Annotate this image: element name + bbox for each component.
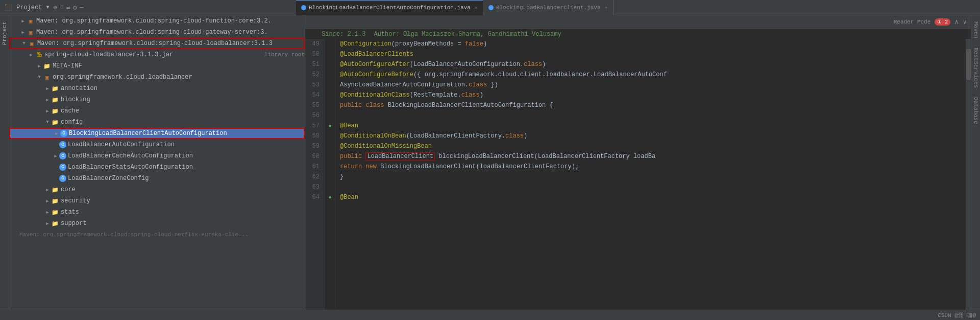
editor-area: Reader Mode ① 2 ∧ ∨ Since: 2.1.3 Author:… (305, 15, 971, 310)
tree-item-lb-cache-config[interactable]: ▶ C LoadBalancerCacheAutoConfiguration (9, 150, 305, 162)
arrow-core: ▶ (44, 187, 51, 193)
code-line-55: public class BlockingLoadBalancerClientA… (340, 100, 962, 110)
label-lb-zone: LoadBalancerZoneConfig (68, 175, 305, 182)
arrow-gateway: ▶ (19, 30, 27, 35)
project-icon: ⬛ (4, 4, 12, 12)
line-num-49: 49 (305, 39, 323, 49)
expand-icon[interactable]: ⇌ (66, 4, 70, 12)
left-sidebar-tab: Project (0, 15, 9, 310)
arrow-loadbalancer: ▼ (20, 41, 28, 46)
tree-item-jar[interactable]: ▶ 🗜 spring-cloud-loadbalancer-3.1.3.jar … (9, 49, 305, 60)
tab-blocking-config[interactable]: BlockingLoadBalancerClientAutoConfigurat… (296, 0, 483, 15)
icon-lb-auto: C (59, 141, 66, 148)
tree-item-lb-zone-config[interactable]: C LoadBalancerZoneConfig (9, 173, 305, 184)
tree-item-stats[interactable]: ▶ 📁 stats (9, 207, 305, 218)
database-tab[interactable]: Database (972, 93, 980, 128)
tab-label-2: BlockingLoadBalancerClient.java (496, 5, 601, 11)
line-num-64: 64 (305, 192, 323, 202)
arrow-function: ▶ (19, 18, 27, 24)
code-content: @Configuration(proxyBeanMethods = false)… (336, 39, 966, 310)
tree-item-lb-stats-config[interactable]: C LoadBalancerStatsAutoConfiguration (9, 162, 305, 173)
tree-item-config[interactable]: ▼ 📁 config (9, 117, 305, 128)
arrow-lb-cache: ▶ (52, 153, 59, 159)
maven-panel-tab[interactable]: Maven (972, 17, 980, 42)
tree-item-loadbalancer[interactable]: ▼ ▣ Maven: org.springframework.cloud:spr… (9, 38, 305, 49)
tree-item-security[interactable]: ▶ 📁 security (9, 195, 305, 207)
tree-content[interactable]: ▶ ▣ Maven: org.springframework.cloud:spr… (9, 15, 305, 310)
code-line-49: @Configuration(proxyBeanMethods = false) (340, 39, 962, 49)
line-num-50: 50 (305, 49, 323, 59)
tree-item-lb-auto-config[interactable]: C LoadBalancerAutoConfiguration (9, 139, 305, 150)
icon-support: 📁 (51, 220, 59, 227)
tree-item-annotation[interactable]: ▶ 📁 annotation (9, 83, 305, 94)
code-line-54: @ConditionalOnClass(RestTemplate.class) (340, 90, 962, 100)
project-dropdown-label[interactable]: Project (16, 4, 42, 11)
icon-loadbalancer: ▣ (28, 40, 36, 47)
nav-down-icon[interactable]: ∨ (963, 18, 967, 26)
tree-item-more[interactable]: Maven: org.springframework.cloud:spring-… (9, 229, 305, 240)
tab-close-icon-2[interactable]: ▾ (605, 5, 608, 11)
tree-item-support[interactable]: ▶ 📁 support (9, 218, 305, 229)
line-num-55: 55 (305, 100, 323, 110)
arrow-support: ▶ (44, 221, 51, 226)
tab-java-icon (301, 5, 306, 10)
label-lb-auto: LoadBalancerAutoConfiguration (68, 141, 305, 148)
tree-item-gateway[interactable]: ▶ ▣ Maven: org.springframework.cloud:spr… (9, 27, 305, 38)
collapse-icon[interactable]: ≡ (60, 4, 64, 12)
label-cache: cache (61, 107, 305, 115)
gutter-52 (325, 70, 335, 80)
settings-icon[interactable]: ⚙ (73, 4, 77, 12)
meta-info: Since: 2.1.3 Author: Olga Maciaszek-Shar… (305, 29, 971, 39)
main-content: Project ▶ ▣ Maven: org.springframework.c… (0, 15, 980, 310)
nav-up-icon[interactable]: ∧ (954, 18, 959, 26)
sublabel-jar: library root (264, 52, 305, 58)
project-tab-label[interactable]: Project (1, 17, 9, 49)
label-blocking-class: BlockingLoadBalancerClientAutoConfigurat… (69, 130, 304, 137)
tree-item-function[interactable]: ▶ ▣ Maven: org.springframework.cloud:spr… (9, 15, 305, 27)
locate-icon[interactable]: ⊕ (53, 4, 57, 12)
arrow-config: ▼ (44, 120, 51, 125)
icon-function: ▣ (27, 18, 35, 25)
label-jar: spring-cloud-loadbalancer-3.1.3.jar (44, 51, 262, 58)
icon-lb-zone: C (59, 175, 66, 182)
gutter-icons: ● ● (325, 39, 336, 310)
inline-red-box-load-balancer-client: LoadBalancerClient (365, 152, 435, 161)
tab-blocking-client[interactable]: BlockingLoadBalancerClient.java ▾ (483, 0, 614, 15)
label-lb-cache: LoadBalancerCacheAutoConfiguration (68, 152, 305, 159)
icon-org: ▣ (43, 74, 51, 81)
rest-services-tab[interactable]: RestServices (972, 43, 980, 92)
minimize-icon[interactable]: — (80, 4, 84, 12)
code-line-62: } (340, 172, 962, 182)
editor-scrollbar[interactable] (966, 39, 971, 310)
tab-java-icon-2 (488, 5, 494, 10)
code-line-52: @AutoConfigureBefore({ org.springframewo… (340, 70, 962, 80)
icon-cache: 📁 (51, 108, 59, 115)
icon-blocking: 📁 (51, 97, 59, 103)
gutter-51 (325, 59, 335, 70)
status-bar: CSDN @怪 咖@ (0, 310, 980, 320)
dropdown-arrow[interactable]: ▼ (46, 5, 49, 10)
label-meta: META-INF (53, 62, 305, 70)
tree-item-blocking[interactable]: ▶ 📁 blocking (9, 94, 305, 105)
editor-toolbar: Reader Mode ① 2 ∧ ∨ (305, 15, 971, 29)
icon-config: 📁 (51, 119, 59, 126)
arrow-security: ▶ (44, 198, 51, 204)
gutter-59 (325, 141, 335, 151)
tree-item-blocking-config-class[interactable]: ▶ C BlockingLoadBalancerClientAutoConfig… (9, 128, 305, 139)
line-num-63: 63 (305, 182, 323, 192)
since-label: Since: 2.1.3 (322, 31, 365, 38)
code-line-64: @Bean (340, 192, 962, 202)
tree-item-meta-inf[interactable]: ▶ 📁 META-INF (9, 60, 305, 72)
gutter-49 (325, 39, 335, 49)
label-core: core (61, 186, 305, 193)
tree-item-core[interactable]: ▶ 📁 core (9, 184, 305, 195)
reader-mode-button[interactable]: Reader Mode (894, 19, 931, 25)
line-num-51: 51 (305, 59, 323, 70)
tree-item-org[interactable]: ▼ ▣ org.springframework.cloud.loadbalanc… (9, 72, 305, 83)
title-bar: ⬛ Project ▼ ⊕ ≡ ⇌ ⚙ — BlockingLoadBalanc… (0, 0, 980, 15)
tab-close-icon[interactable]: ✕ (475, 5, 478, 11)
tree-item-cache[interactable]: ▶ 📁 cache (9, 105, 305, 117)
label-gateway: Maven: org.springframework.cloud:spring-… (36, 29, 305, 36)
gutter-56 (325, 110, 335, 121)
code-line-51: @AutoConfigureAfter(LoadBalancerAutoConf… (340, 59, 962, 70)
